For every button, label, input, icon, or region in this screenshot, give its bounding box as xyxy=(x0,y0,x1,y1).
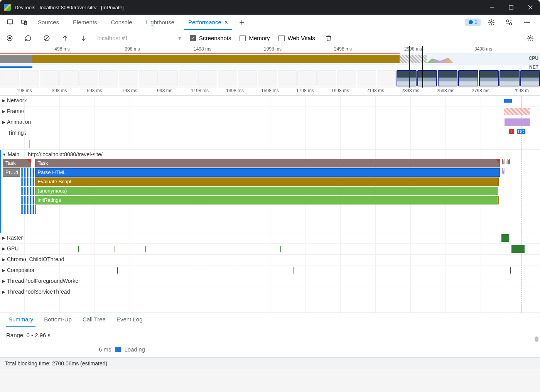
loading-color-swatch xyxy=(115,347,121,352)
svg-point-12 xyxy=(510,22,512,25)
settings-gear-icon[interactable] xyxy=(484,19,498,26)
expand-icon[interactable]: ▶ xyxy=(2,268,5,272)
expand-icon[interactable]: ▶ xyxy=(2,247,5,251)
close-window-button[interactable] xyxy=(521,0,540,15)
svg-point-14 xyxy=(526,22,528,23)
track-timings[interactable]: Timings L DC xyxy=(0,128,540,150)
details-tabs: Summary Bottom-Up Call Tree Event Log xyxy=(0,313,540,327)
tab-performance[interactable]: Performance× xyxy=(181,15,235,30)
devtools-app-icon xyxy=(4,4,11,11)
tab-lighthouse[interactable]: Lighthouse xyxy=(139,15,181,30)
capture-settings-gear-icon[interactable] xyxy=(525,33,535,43)
loading-time-value: 6 ms xyxy=(99,346,111,353)
timeline-ruler[interactable]: 198 ms 398 ms 598 ms 798 ms 998 ms 1198 … xyxy=(0,88,540,96)
reload-record-button[interactable] xyxy=(23,33,33,43)
overview-ruler: 498 ms 998 ms 1498 ms 1998 ms 2498 ms 29… xyxy=(0,46,540,53)
tab-bottom-up[interactable]: Bottom-Up xyxy=(39,313,77,327)
maximize-button[interactable] xyxy=(501,0,521,15)
expand-icon[interactable]: ▶ xyxy=(2,109,5,113)
performance-toolbar: localhost #1▾ Screenshots Memory Web Vit… xyxy=(0,30,540,46)
scrollbar-thumb[interactable] xyxy=(535,336,538,342)
flame-initratings[interactable]: initRatings xyxy=(35,196,498,204)
svg-point-11 xyxy=(506,20,509,22)
customize-icon[interactable] xyxy=(502,19,516,26)
web-vitals-checkbox[interactable]: Web Vitals xyxy=(278,35,315,41)
blocking-time-status: Total blocking time: 2700.06ms (estimate… xyxy=(5,360,107,367)
svg-point-17 xyxy=(8,37,11,39)
device-toolbar-icon[interactable] xyxy=(17,15,31,30)
track-compositor[interactable]: ▶Compositor xyxy=(0,265,540,276)
tab-sources[interactable]: Sources xyxy=(31,15,66,30)
clear-button[interactable] xyxy=(42,33,52,43)
track-gpu[interactable]: ▶GPU xyxy=(0,244,540,255)
expand-icon[interactable]: ▶ xyxy=(2,120,5,124)
tab-console[interactable]: Console xyxy=(104,15,139,30)
dropdown-icon: ▾ xyxy=(178,35,181,42)
track-main[interactable]: ▼Main — http://localhost:8080/travel-sit… xyxy=(0,150,540,233)
collapse-icon[interactable]: ▼ xyxy=(2,152,6,157)
upload-button[interactable] xyxy=(60,33,70,43)
tab-call-tree[interactable]: Call Tree xyxy=(77,313,111,327)
expand-icon[interactable]: ▶ xyxy=(2,98,5,103)
cpu-label: CPU xyxy=(529,56,538,61)
download-button[interactable] xyxy=(79,33,89,43)
flame-parse-html[interactable]: Parse HTML xyxy=(35,168,500,177)
flame-anonymous[interactable]: (anonymous) xyxy=(35,187,498,195)
issues-pill[interactable]: 3 xyxy=(465,19,481,26)
summary-panel: Range: 0 - 2.96 s 6 ms Loading xyxy=(0,327,540,357)
add-tab-button[interactable] xyxy=(235,15,249,30)
flame-chart-panel[interactable]: ▶Network ▶Frames ▶Animation Timings L DC… xyxy=(0,96,540,313)
screenshots-strip xyxy=(0,69,540,87)
net-overview: NET xyxy=(0,65,540,69)
track-childio[interactable]: ▶Chrome_ChildIOThread xyxy=(0,255,540,265)
overview-cursor[interactable] xyxy=(409,46,410,88)
flame-process[interactable]: Pr…d xyxy=(3,168,20,177)
screenshots-checkbox[interactable]: Screenshots xyxy=(190,35,231,41)
devtools-tabs: Sources Elements Console Lighthouse Perf… xyxy=(0,15,540,30)
svg-rect-4 xyxy=(7,20,13,24)
track-raster[interactable]: ▶Raster xyxy=(0,233,540,244)
track-animation[interactable]: ▶Animation xyxy=(0,117,540,128)
track-svcthread[interactable]: ▶ThreadPoolServiceThread xyxy=(0,287,540,298)
svg-point-9 xyxy=(469,20,473,24)
expand-icon[interactable]: ▶ xyxy=(2,257,5,262)
window-title: DevTools - localhost:8080/travel-site/ -… xyxy=(15,5,124,10)
track-frames[interactable]: ▶Frames xyxy=(0,106,540,117)
tab-summary[interactable]: Summary xyxy=(3,313,39,327)
window-titlebar: DevTools - localhost:8080/travel-site/ -… xyxy=(0,0,540,15)
timing-marker-dc[interactable]: DC xyxy=(517,129,525,134)
overview-panel[interactable]: 498 ms 998 ms 1498 ms 1998 ms 2498 ms 29… xyxy=(0,46,540,88)
overview-cursor-b[interactable] xyxy=(422,46,423,88)
svg-point-15 xyxy=(528,22,530,23)
svg-line-19 xyxy=(45,36,49,40)
profile-selector[interactable]: localhost #1▾ xyxy=(97,35,181,42)
memory-checkbox[interactable]: Memory xyxy=(240,35,270,41)
close-tab-icon[interactable]: × xyxy=(224,19,228,26)
timing-marker-l[interactable]: L xyxy=(509,129,514,134)
expand-icon[interactable]: ▶ xyxy=(2,236,5,240)
expand-icon[interactable]: ▶ xyxy=(2,290,5,294)
flame-task[interactable]: Task xyxy=(35,159,500,167)
track-fgworker[interactable]: ▶ThreadPoolForegroundWorker xyxy=(0,276,540,287)
garbage-collect-icon[interactable] xyxy=(324,33,334,43)
cpu-overview: CPU xyxy=(0,53,540,65)
minimize-button[interactable] xyxy=(482,0,501,15)
tab-event-log[interactable]: Event Log xyxy=(111,313,148,327)
svg-point-13 xyxy=(524,22,525,23)
summary-range: Range: 0 - 2.96 s xyxy=(6,332,534,338)
flame-task[interactable]: Task xyxy=(3,159,31,167)
svg-rect-5 xyxy=(21,20,25,23)
flame-evaluate-script[interactable]: Evaluate Script xyxy=(35,177,499,186)
loading-label: Loading xyxy=(125,346,145,353)
more-menu-icon[interactable] xyxy=(520,19,534,26)
track-network[interactable]: ▶Network xyxy=(0,96,540,106)
tab-elements[interactable]: Elements xyxy=(66,15,104,30)
inspect-element-icon[interactable] xyxy=(3,15,17,30)
net-label: NET xyxy=(529,64,538,70)
record-button[interactable] xyxy=(5,33,15,43)
svg-rect-1 xyxy=(509,5,513,9)
expand-icon[interactable]: ▶ xyxy=(2,279,5,283)
status-bar: Total blocking time: 2700.06ms (estimate… xyxy=(0,357,540,369)
svg-point-22 xyxy=(530,37,532,39)
svg-point-10 xyxy=(491,21,493,23)
